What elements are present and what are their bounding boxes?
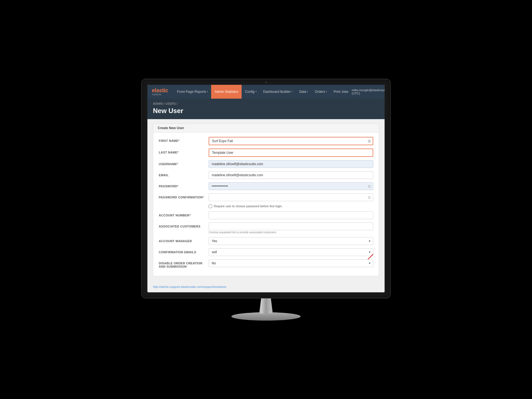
form-body: FIRST NAME* ⊞ LAST NAME* — [153, 132, 379, 276]
nav-items: Front Page Reports ▾ Admin Statistics Co… — [174, 85, 352, 99]
email-input[interactable] — [209, 171, 373, 179]
nav-item-config[interactable]: Config ▾ — [242, 85, 260, 99]
last-name-row: LAST NAME* — [159, 149, 373, 157]
account-manager-row: ACCOUNT MANAGER Yes No — [159, 237, 373, 245]
checkbox-label: Require user to choose password before f… — [214, 204, 283, 208]
checkbox-row: Require user to choose password before f… — [209, 204, 373, 208]
monitor-stand — [141, 298, 391, 321]
last-name-input[interactable] — [209, 149, 373, 157]
main-content: Create New User FIRST NAME* ⊞ — [147, 119, 385, 281]
associated-customers-row: ASSOCIATED CUSTOMERS Comma separated lis… — [159, 222, 373, 234]
last-name-label: LAST NAME* — [159, 149, 209, 154]
username-row: USERNAME* — [159, 160, 373, 168]
nav-item-dashboard-builder[interactable]: Dashboard Builder ▾ — [260, 85, 296, 99]
chevron-down-icon: ▾ — [255, 90, 257, 93]
last-name-wrap — [209, 149, 373, 157]
password-confirmation-wrap: ⊙ — [209, 193, 373, 201]
password-toggle-icon[interactable]: ⊙ — [368, 184, 371, 188]
first-name-label: FIRST NAME* — [159, 137, 209, 142]
disable-order-label: DISABLE ORDER CREATION AND SUBMISSION — [159, 259, 209, 268]
first-name-input[interactable] — [209, 137, 373, 145]
confirmation-emails-wrap: self all none — [209, 248, 373, 256]
nav-item-data[interactable]: Data ▾ — [296, 85, 311, 99]
disable-order-row: DISABLE ORDER CREATION AND SUBMISSION No… — [159, 259, 373, 268]
footer: http://admin.support.elasticsuite.com/su… — [147, 281, 385, 292]
camera-dot — [265, 81, 267, 83]
nav-item-orders[interactable]: Orders ▾ — [311, 85, 330, 99]
stand-pole — [256, 298, 276, 314]
form-card: Create New User FIRST NAME* ⊞ — [153, 124, 379, 276]
logo-admin: ADMIN — [152, 93, 161, 96]
navbar: elastic ADMIN Front Page Reports ▾ Admin… — [147, 85, 385, 99]
confirmation-emails-select[interactable]: self all none — [209, 248, 373, 256]
password-input[interactable] — [209, 182, 373, 190]
associated-customers-input[interactable] — [209, 222, 373, 230]
page-header: ADMIN / USERS / New User — [147, 99, 385, 119]
confirmation-emails-row: CONFIRMATION EMAILS self all none — [159, 248, 373, 256]
disable-order-select[interactable]: No Yes — [209, 259, 373, 267]
confirmation-emails-label: CONFIRMATION EMAILS — [159, 248, 209, 254]
chevron-down-icon: ▾ — [207, 90, 208, 93]
account-number-input[interactable] — [209, 211, 373, 219]
associated-customers-hint: Comma separated list to provide associat… — [209, 231, 373, 234]
password-confirmation-row: PASSWORD CONFIRMATION* ⊙ — [159, 193, 373, 201]
password-label: PASSWORD* — [159, 182, 209, 188]
username-wrap — [209, 160, 373, 168]
page-title: New User — [153, 107, 379, 115]
password-confirmation-input[interactable] — [209, 193, 373, 201]
require-password-checkbox[interactable] — [209, 204, 212, 208]
email-row: EMAIL — [159, 171, 373, 179]
breadcrumb: ADMIN / USERS / — [153, 102, 379, 105]
first-name-row: FIRST NAME* ⊞ — [159, 137, 373, 145]
account-number-wrap — [209, 211, 373, 219]
form-card-header: Create New User — [153, 124, 379, 132]
account-manager-label: ACCOUNT MANAGER — [159, 237, 209, 243]
navbar-left: elastic ADMIN Front Page Reports ▾ Admin… — [152, 85, 352, 99]
support-link[interactable]: http://admin.support.elasticsuite.com/su… — [153, 285, 226, 288]
account-number-row: ACCOUNT NUMBER* — [159, 211, 373, 219]
logo-area: elastic ADMIN — [152, 88, 168, 96]
username-label: USERNAME* — [159, 160, 209, 166]
chevron-down-icon: ▾ — [326, 90, 327, 93]
text-icon: ⊞ — [368, 139, 371, 143]
disable-order-wrap: No Yes — [209, 259, 373, 267]
nav-item-front-page-reports[interactable]: Front Page Reports ▾ — [174, 85, 211, 99]
account-manager-select[interactable]: Yes No — [209, 237, 373, 245]
nav-item-admin-statistics[interactable]: Admin Statistics — [211, 85, 241, 99]
email-wrap — [209, 171, 373, 179]
associated-customers-label: ASSOCIATED CUSTOMERS — [159, 222, 209, 228]
nav-item-print-jobs[interactable]: Print Jobs — [330, 85, 352, 99]
password-row: PASSWORD* ⊙ — [159, 182, 373, 190]
password-confirmation-label: PASSWORD CONFIRMATION* — [159, 193, 209, 199]
navbar-right: mike.mougin@elasticsuite.com (UTC) Logou… — [352, 88, 385, 95]
account-number-label: ACCOUNT NUMBER* — [159, 211, 209, 217]
breadcrumb-admin: ADMIN — [153, 102, 163, 105]
password-confirm-toggle-icon[interactable]: ⊙ — [368, 195, 371, 200]
chevron-down-icon: ▾ — [307, 90, 308, 93]
username-input[interactable] — [209, 160, 373, 168]
user-email: mike.mougin@elasticsuite.com (UTC) — [352, 88, 385, 95]
chevron-down-icon: ▾ — [291, 90, 293, 93]
first-name-wrap: ⊞ — [209, 137, 373, 145]
logo-elastic: elastic — [152, 88, 168, 93]
account-manager-wrap: Yes No — [209, 237, 373, 245]
associated-customers-wrap: Comma separated list to provide associat… — [209, 222, 373, 234]
email-label: EMAIL — [159, 171, 209, 177]
breadcrumb-users: USERS — [165, 102, 176, 105]
password-wrap: ⊙ — [209, 182, 373, 190]
